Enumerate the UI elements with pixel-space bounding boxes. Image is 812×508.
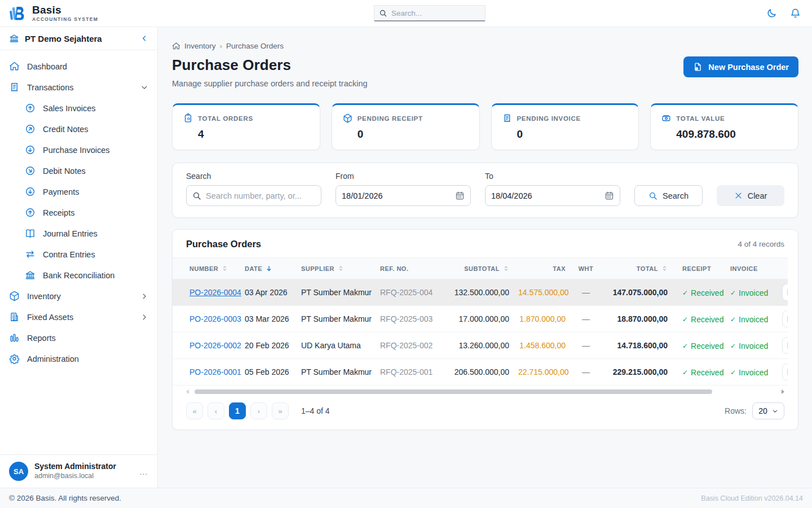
search-button[interactable]: Search xyxy=(634,185,703,206)
breadcrumb-separator: › xyxy=(220,42,223,50)
to-date-input[interactable] xyxy=(491,191,600,200)
breadcrumb: Inventory › Purchase Orders xyxy=(172,42,798,50)
dark-mode-toggle[interactable] xyxy=(765,7,778,20)
global-search-input[interactable] xyxy=(391,9,476,17)
page-range-text: 1–4 of 4 xyxy=(301,406,330,415)
stat-value: 4 xyxy=(198,128,309,141)
table-scroll-area[interactable]: NUMBER DATE SUPPLIER REF. NO. SUBTOTAL T… xyxy=(173,257,788,386)
previous-page-button[interactable]: ‹ xyxy=(208,402,224,419)
rows-per-page-select[interactable]: 20 xyxy=(752,402,784,419)
view-document-button[interactable] xyxy=(782,337,788,354)
bar-chart-icon xyxy=(9,332,20,343)
global-search[interactable] xyxy=(374,5,486,21)
sidebar-item-transactions[interactable]: Transactions xyxy=(0,77,157,98)
bank-icon xyxy=(25,270,36,281)
sidebar-item-label: Bank Reconciliation xyxy=(43,271,114,280)
scrollbar-thumb[interactable] xyxy=(195,389,712,394)
sidebar-item-fixed-assets[interactable]: Fixed Assets xyxy=(0,306,157,327)
sidebar-item-label: Contra Entries xyxy=(43,250,95,259)
table-row[interactable]: PO-2026-0002 20 Feb 2026 UD Karya Utama … xyxy=(173,332,788,359)
sidebar-item-purchase-invoices[interactable]: Purchase Invoices xyxy=(0,139,157,160)
po-supplier: UD Karya Utama xyxy=(297,332,376,359)
column-header-date[interactable]: DATE xyxy=(240,258,297,279)
sidebar-item-contra-entries[interactable]: Contra Entries xyxy=(0,244,157,265)
purchase-orders-card: Purchase Orders 4 of 4 records NUMBER xyxy=(172,229,798,430)
sidebar-item-reports[interactable]: Reports xyxy=(0,327,157,348)
sidebar-item-payments[interactable]: Payments xyxy=(0,181,157,202)
sidebar-item-bank-reconciliation[interactable]: Bank Reconciliation xyxy=(0,265,157,286)
view-document-button[interactable] xyxy=(782,284,788,301)
po-tax: 1.458.600,00 xyxy=(514,332,570,359)
po-supplier: PT Sumber Makmur xyxy=(297,279,376,306)
invoice-status-badge: ✓Invoiced xyxy=(730,368,768,377)
table-row[interactable]: PO-2026-0001 05 Feb 2026 PT Sumber Makmu… xyxy=(173,359,788,386)
stat-card-total-value: TOTAL VALUE 409.878.600 xyxy=(650,103,798,150)
po-number-link[interactable]: PO-2026-0001 xyxy=(189,367,241,376)
page-1-button[interactable]: 1 xyxy=(229,402,246,419)
po-number-link[interactable]: PO-2026-0002 xyxy=(189,341,241,350)
scroll-left-arrow[interactable] xyxy=(186,389,189,394)
from-date-input[interactable] xyxy=(342,191,451,200)
view-document-button[interactable] xyxy=(782,310,788,327)
ellipsis-icon: … xyxy=(139,467,148,476)
scrollbar-track[interactable] xyxy=(191,389,779,394)
stat-head: PENDING RECEIPT xyxy=(343,113,469,123)
sidebar-item-label: Payments xyxy=(43,187,79,196)
breadcrumb-item-inventory[interactable]: Inventory xyxy=(184,42,216,50)
notifications-button[interactable] xyxy=(788,7,802,20)
sidebar-item-administration[interactable]: Administration xyxy=(0,348,157,369)
calendar-icon[interactable] xyxy=(455,191,465,200)
po-date: 20 Feb 2026 xyxy=(240,332,297,359)
first-page-button[interactable]: « xyxy=(186,402,203,419)
next-page-button[interactable]: › xyxy=(250,402,267,419)
sidebar-item-inventory[interactable]: Inventory xyxy=(0,286,157,306)
to-date-field[interactable] xyxy=(485,185,620,206)
title-block: Purchase Orders Manage supplier purchase… xyxy=(172,56,368,88)
sidebar-item-sales-invoices[interactable]: Sales Invoices xyxy=(0,98,157,119)
table-row[interactable]: PO-2026-0004 03 Apr 2026 PT Sumber Makmu… xyxy=(173,279,788,306)
column-header-subtotal[interactable]: SUBTOTAL xyxy=(449,258,514,279)
horizontal-scrollbar[interactable] xyxy=(186,388,784,395)
view-document-button[interactable] xyxy=(782,364,788,380)
sidebar-item-credit-notes[interactable]: Credit Notes xyxy=(0,119,157,139)
column-header-tax: TAX xyxy=(514,258,570,279)
po-subtotal: 132.500.000,00 xyxy=(449,279,514,306)
purchase-orders-table: NUMBER DATE SUPPLIER REF. NO. SUBTOTAL T… xyxy=(173,257,788,386)
po-number-link[interactable]: PO-2026-0004 xyxy=(189,288,241,297)
search-input[interactable] xyxy=(206,191,315,200)
table-row[interactable]: PO-2026-0003 03 Mar 2026 PT Sumber Makmu… xyxy=(173,306,788,332)
top-bar: Basis ACCOUNTING SYSTEM xyxy=(0,0,812,27)
sidebar-item-debit-notes[interactable]: Debit Notes xyxy=(0,160,157,181)
invoice-status-badge: ✓Invoiced xyxy=(730,315,768,324)
search-field-group: Search xyxy=(186,172,321,206)
sidebar-item-receipts[interactable]: Receipts xyxy=(0,202,157,223)
scroll-right-arrow[interactable] xyxy=(782,389,784,394)
column-header-supplier[interactable]: SUPPLIER xyxy=(297,258,376,279)
po-ref: RFQ-2025-001 xyxy=(376,359,449,386)
sidebar-item-dashboard[interactable]: Dashboard xyxy=(0,56,157,77)
home-icon[interactable] xyxy=(172,42,180,50)
clear-button[interactable]: Clear xyxy=(717,185,784,206)
document-search-icon xyxy=(786,288,788,297)
book-open-icon xyxy=(25,228,36,239)
sidebar-item-label: Administration xyxy=(27,354,79,364)
po-date: 03 Apr 2026 xyxy=(240,279,297,306)
search-field[interactable] xyxy=(186,185,321,206)
user-menu-button[interactable]: … xyxy=(139,467,148,476)
po-subtotal: 13.260.000,00 xyxy=(449,332,514,359)
column-header-total[interactable]: TOTAL xyxy=(602,258,672,279)
po-ref: RFQ-2025-003 xyxy=(376,306,449,332)
circle-arrow-down-icon xyxy=(25,186,36,197)
from-date-field[interactable] xyxy=(336,185,471,206)
new-purchase-order-button[interactable]: New Purchase Order xyxy=(683,56,798,77)
chevron-down-icon xyxy=(772,408,778,414)
po-ref: RFQ-2025-002 xyxy=(376,332,449,359)
po-number-link[interactable]: PO-2026-0003 xyxy=(189,314,241,323)
gear-icon xyxy=(9,353,20,364)
sidebar-collapse-button[interactable] xyxy=(140,34,148,42)
calendar-icon[interactable] xyxy=(604,191,614,200)
company-selector[interactable]: PT Demo Sejahtera xyxy=(0,27,157,50)
column-header-number[interactable]: NUMBER xyxy=(173,258,240,279)
last-page-button[interactable]: » xyxy=(272,402,289,419)
sidebar-item-journal-entries[interactable]: Journal Entries xyxy=(0,223,157,244)
